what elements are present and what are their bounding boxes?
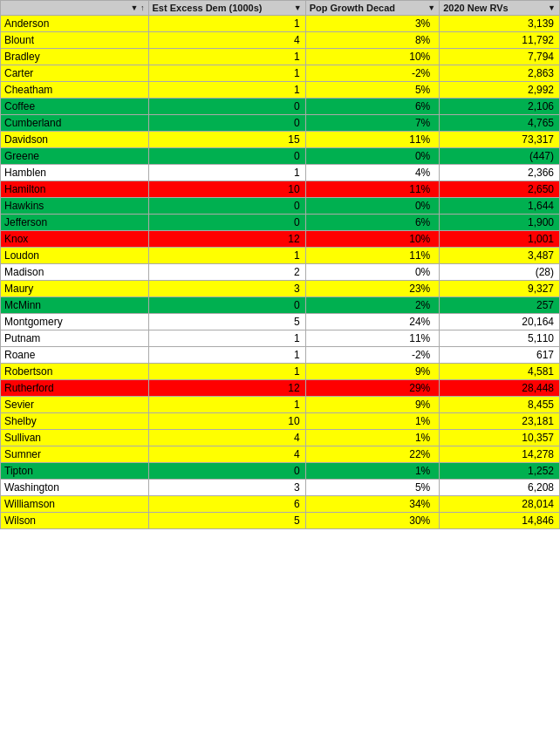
county-name: Coffee [1, 99, 149, 115]
excess-dem-value: 1 [148, 165, 305, 181]
pop-growth-value: 34% [305, 496, 440, 513]
new-rv-value: 4,581 [440, 364, 560, 380]
pop-growth-value: 11% [305, 181, 440, 198]
county-name: Shelby [1, 413, 149, 430]
table-row: Maury323%9,327 [1, 281, 560, 297]
new-rv-value: 2,650 [440, 181, 560, 198]
new-rv-value: 4,765 [440, 115, 560, 132]
county-name: McMinn [1, 297, 149, 314]
col2-sort-icon[interactable]: ▼ [427, 3, 435, 12]
excess-dem-value: 1 [148, 330, 305, 347]
excess-dem-value: 15 [148, 132, 305, 148]
county-name: Bradley [1, 49, 149, 65]
table-row: Rutherford1229%28,448 [1, 380, 560, 397]
excess-dem-value: 3 [148, 480, 305, 496]
county-name: Carter [1, 65, 149, 82]
excess-dem-value: 5 [148, 314, 305, 330]
table-row: Sevier19%8,455 [1, 397, 560, 413]
excess-dem-value: 0 [148, 115, 305, 132]
county-name: Jefferson [1, 215, 149, 231]
county-name: Rutherford [1, 380, 149, 397]
excess-dem-value: 0 [148, 215, 305, 231]
excess-dem-value: 1 [148, 364, 305, 380]
excess-dem-value: 0 [148, 198, 305, 215]
pop-growth-value: 29% [305, 380, 440, 397]
new-rv-value: 2,863 [440, 65, 560, 82]
pop-growth-value: 5% [305, 82, 440, 99]
new-rv-value: 2,106 [440, 99, 560, 115]
new-rv-value: 617 [440, 347, 560, 364]
new-rv-value: 28,014 [440, 496, 560, 513]
new-rv-value: 7,794 [440, 49, 560, 65]
new-rv-value: 2,992 [440, 82, 560, 99]
table-row: Knox1210%1,001 [1, 231, 560, 248]
excess-dem-value: 1 [148, 65, 305, 82]
table-row: Davidson1511%73,317 [1, 132, 560, 148]
pop-growth-value: 0% [305, 264, 440, 281]
col1-header[interactable]: Est Excess Dem (1000s) ▼ [148, 1, 305, 16]
table-row: Hamilton1011%2,650 [1, 181, 560, 198]
county-name: Sullivan [1, 430, 149, 446]
new-rv-value: 1,001 [440, 231, 560, 248]
excess-dem-value: 1 [148, 16, 305, 32]
pop-growth-value: 22% [305, 446, 440, 463]
table-row: McMinn02%257 [1, 297, 560, 314]
table-row: Jefferson06%1,900 [1, 215, 560, 231]
county-name: Roane [1, 347, 149, 364]
county-name: Wilson [1, 513, 149, 529]
county-name: Sevier [1, 397, 149, 413]
pop-growth-value: 1% [305, 430, 440, 446]
table-row: Coffee06%2,106 [1, 99, 560, 115]
excess-dem-value: 1 [148, 248, 305, 264]
excess-dem-value: 4 [148, 430, 305, 446]
county-name: Cumberland [1, 115, 149, 132]
pop-growth-value: 10% [305, 49, 440, 65]
excess-dem-value: 1 [148, 347, 305, 364]
county-name: Tipton [1, 463, 149, 480]
table-row: Sumner422%14,278 [1, 446, 560, 463]
new-rv-value: 8,455 [440, 397, 560, 413]
new-rv-value: 10,357 [440, 430, 560, 446]
pop-growth-value: 5% [305, 480, 440, 496]
table-row: Bradley110%7,794 [1, 49, 560, 65]
new-rv-value: 14,278 [440, 446, 560, 463]
new-rv-value: 73,317 [440, 132, 560, 148]
county-name: Montgomery [1, 314, 149, 330]
county-name: Greene [1, 148, 149, 165]
col3-sort-icon[interactable]: ▼ [548, 3, 556, 12]
county-name: Robertson [1, 364, 149, 380]
col0-sort-icon[interactable]: ▼ ↑ [131, 3, 145, 12]
table-row: Anderson13%3,139 [1, 16, 560, 32]
pop-growth-value: 24% [305, 314, 440, 330]
new-rv-value: 257 [440, 297, 560, 314]
col0-header[interactable]: ▼ ↑ [1, 1, 149, 16]
county-name: Madison [1, 264, 149, 281]
pop-growth-value: 3% [305, 16, 440, 32]
col1-sort-icon[interactable]: ▼ [294, 3, 302, 12]
table-row: Williamson634%28,014 [1, 496, 560, 513]
new-rv-value: 14,846 [440, 513, 560, 529]
pop-growth-value: 9% [305, 397, 440, 413]
new-rv-value: 9,327 [440, 281, 560, 297]
new-rv-value: 1,252 [440, 463, 560, 480]
excess-dem-value: 6 [148, 496, 305, 513]
table-row: Madison20%(28) [1, 264, 560, 281]
col3-header[interactable]: 2020 New RVs ▼ [440, 1, 560, 16]
county-name: Williamson [1, 496, 149, 513]
pop-growth-value: 4% [305, 165, 440, 181]
new-rv-value: 3,139 [440, 16, 560, 32]
pop-growth-value: 2% [305, 297, 440, 314]
pop-growth-value: 8% [305, 32, 440, 49]
new-rv-value: 5,110 [440, 330, 560, 347]
col2-header[interactable]: Pop Growth Decad ▼ [305, 1, 440, 16]
table-row: Cheatham15%2,992 [1, 82, 560, 99]
pop-growth-value: 9% [305, 364, 440, 380]
table-row: Greene00%(447) [1, 148, 560, 165]
county-name: Anderson [1, 16, 149, 32]
excess-dem-value: 0 [148, 297, 305, 314]
table-row: Hawkins00%1,644 [1, 198, 560, 215]
new-rv-value: (447) [440, 148, 560, 165]
county-name: Blount [1, 32, 149, 49]
excess-dem-value: 2 [148, 264, 305, 281]
pop-growth-value: 1% [305, 413, 440, 430]
